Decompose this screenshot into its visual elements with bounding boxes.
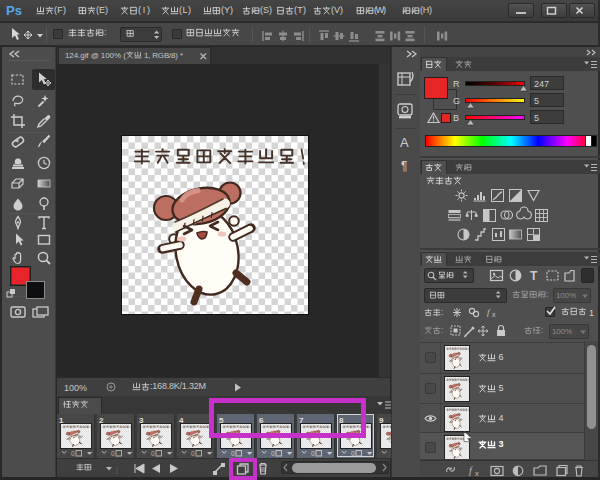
svg-text:5: 5 bbox=[496, 383, 504, 393]
svg-text:247: 247 bbox=[534, 79, 549, 89]
svg-text:0: 0 bbox=[151, 450, 155, 457]
svg-text:4: 4 bbox=[496, 413, 504, 423]
svg-text:3: 3 bbox=[496, 439, 504, 449]
svg-text:100%: 100% bbox=[64, 383, 87, 393]
svg-text:100%: 100% bbox=[556, 291, 576, 300]
svg-text:(W): (W) bbox=[374, 5, 386, 15]
svg-text:(E): (E) bbox=[96, 5, 108, 15]
svg-text:(L): (L) bbox=[179, 5, 191, 15]
svg-text:(I): (I) bbox=[138, 5, 150, 15]
svg-text:R: R bbox=[453, 79, 460, 89]
svg-text::: : bbox=[541, 325, 543, 335]
svg-text:124.gif @ 100% (: 124.gif @ 100% ( bbox=[65, 51, 126, 60]
svg-text:6: 6 bbox=[496, 352, 504, 362]
svg-text:0: 0 bbox=[351, 450, 355, 457]
svg-text::: : bbox=[441, 307, 443, 317]
svg-text:T: T bbox=[530, 269, 538, 283]
svg-text:0: 0 bbox=[311, 450, 315, 457]
svg-text:100%: 100% bbox=[552, 327, 572, 336]
svg-text:0: 0 bbox=[71, 450, 75, 457]
svg-text:1: 1 bbox=[589, 308, 594, 318]
svg-text:f: f bbox=[469, 465, 473, 476]
svg-text:A: A bbox=[400, 135, 409, 150]
svg-text::168.8K/1.32M: :168.8K/1.32M bbox=[150, 381, 206, 391]
svg-text:¶: ¶ bbox=[401, 159, 407, 173]
svg-text:0: 0 bbox=[111, 450, 115, 457]
svg-text:f: f bbox=[487, 307, 491, 317]
svg-text::: : bbox=[104, 27, 107, 37]
svg-text:(H): (H) bbox=[420, 5, 432, 15]
svg-text:0: 0 bbox=[191, 450, 195, 457]
svg-text:(F): (F) bbox=[54, 5, 66, 15]
svg-text:0: 0 bbox=[231, 450, 235, 457]
svg-text:(V): (V) bbox=[331, 5, 343, 15]
svg-text:5: 5 bbox=[534, 96, 539, 106]
svg-text:G: G bbox=[453, 96, 460, 106]
svg-text:x: x bbox=[492, 311, 496, 318]
svg-text:(Y): (Y) bbox=[221, 5, 233, 15]
svg-text:(S): (S) bbox=[260, 5, 272, 15]
svg-text::: : bbox=[441, 325, 443, 335]
svg-text:1, RGB/8) *: 1, RGB/8) * bbox=[142, 51, 183, 60]
svg-text:5: 5 bbox=[534, 113, 539, 123]
svg-text:0: 0 bbox=[271, 450, 275, 457]
svg-text::: : bbox=[546, 289, 548, 299]
svg-text:(T): (T) bbox=[294, 5, 306, 15]
svg-text:B: B bbox=[453, 113, 459, 123]
